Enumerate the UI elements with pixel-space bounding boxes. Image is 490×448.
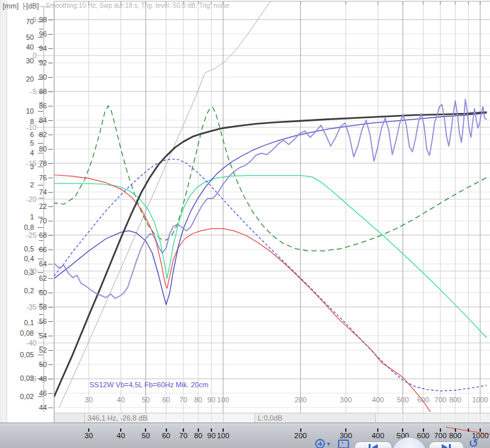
viewer-freq-label: 300 (333, 432, 358, 440)
chevron-down-icon: ▾ (327, 441, 330, 447)
series-port-sim-dashed-blue (54, 159, 487, 391)
viewer-freq-label: 800 (443, 432, 468, 440)
viewer-freq-label: 200 (288, 432, 313, 440)
series-reference-gray-line (59, 0, 289, 408)
status-bar: 346,1 Hz, -26,8 dB L:0,0dB (55, 413, 490, 423)
window-edge-strip (0, 0, 7, 423)
viewer-freq-label: 40 (108, 432, 133, 440)
status-spacer (147, 413, 254, 423)
level-readout: L:0,0dB (254, 413, 376, 423)
zoom-icon (315, 439, 325, 448)
measurement-app-window: [mm] [dB] Smoothing:10 Hz, Swp dur:18 s,… (0, 0, 490, 448)
status-spacer (55, 413, 85, 423)
frequency-response-plot[interactable] (0, 0, 490, 448)
cursor-readout: 346,1 Hz, -26,8 dB (84, 413, 148, 423)
rotate-button[interactable]: ↺ (468, 438, 478, 448)
previous-button[interactable] (354, 441, 392, 448)
next-button[interactable] (429, 441, 464, 448)
rotate-counterclockwise-icon: ↺ (468, 437, 478, 448)
fit-to-window-icon (338, 440, 349, 448)
next-icon (442, 444, 448, 448)
status-spacer (376, 413, 490, 423)
series-measured-spl-violet (53, 99, 487, 298)
series-sum-nearfield-springgreen (53, 176, 487, 338)
fit-to-window-button[interactable] (338, 440, 349, 448)
zoom-button[interactable]: ▾ (315, 439, 330, 448)
viewer-freq-label: 400 (365, 432, 390, 440)
previous-icon (369, 444, 371, 448)
viewer-freq-label: 100 (211, 432, 236, 440)
series-box-sim-sum-thick (54, 112, 487, 397)
photo-viewer-strip: 3040506070809010020030040050060070080010… (0, 423, 490, 448)
series-woofer-nearfield-red (53, 175, 431, 412)
viewer-freq-label: 30 (76, 432, 101, 440)
